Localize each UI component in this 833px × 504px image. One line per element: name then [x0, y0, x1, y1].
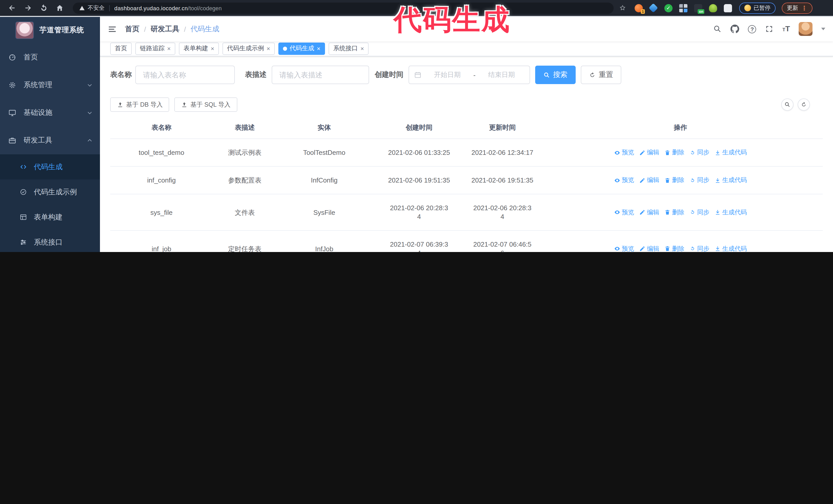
sidebar-subitem-active[interactable]: 代码生成	[0, 154, 100, 179]
action-download-link[interactable]: 生成代码	[715, 208, 747, 217]
app-logo-row[interactable]: 芋道管理系统	[0, 17, 100, 44]
tab[interactable]: 代码生成示例×	[222, 43, 275, 55]
download-icon	[715, 246, 721, 252]
edit-icon	[639, 246, 645, 252]
import-db-button[interactable]: 基于 DB 导入	[110, 97, 169, 112]
monitor-icon	[8, 109, 17, 117]
tab-close-icon[interactable]: ×	[211, 46, 214, 52]
extension-icon[interactable]	[679, 4, 687, 12]
action-trash-link[interactable]: 删除	[664, 148, 684, 157]
action-eye-link[interactable]: 预览	[614, 148, 634, 157]
tab-close-icon[interactable]: ×	[167, 46, 171, 52]
action-trash-link[interactable]: 删除	[664, 176, 684, 185]
action-sync-link[interactable]: 同步	[689, 208, 710, 217]
action-sync-link[interactable]: 同步	[689, 148, 710, 157]
action-label: 编辑	[647, 208, 659, 217]
bookmark-star-icon[interactable]	[619, 4, 626, 12]
tab-active[interactable]: 代码生成×	[278, 43, 325, 55]
home-icon[interactable]	[55, 4, 64, 12]
action-trash-link[interactable]: 删除	[664, 208, 684, 217]
badge-icon	[20, 188, 27, 196]
action-edit-link[interactable]: 编辑	[639, 148, 659, 157]
toggle-search-button[interactable]	[781, 98, 793, 111]
font-size-icon[interactable]: TT	[783, 25, 790, 34]
tab[interactable]: 链路追踪×	[135, 43, 175, 55]
sidebar-item[interactable]: 研发工具	[0, 127, 100, 154]
sidebar-item[interactable]: 基础设施	[0, 99, 100, 127]
tab[interactable]: 首页	[110, 43, 132, 55]
import-sql-button[interactable]: 基于 SQL 导入	[174, 97, 237, 112]
action-download-link[interactable]: 生成代码	[715, 176, 747, 185]
action-trash-link[interactable]: 删除	[664, 244, 684, 252]
cell-entity: SysFile	[277, 194, 372, 231]
action-sync-link[interactable]: 同步	[689, 176, 710, 185]
tab-close-icon[interactable]: ×	[266, 46, 270, 52]
app-logo	[15, 22, 34, 39]
fullscreen-icon[interactable]	[765, 25, 774, 33]
sliders-icon	[20, 238, 27, 246]
forward-icon[interactable]	[24, 4, 32, 12]
action-edit-link[interactable]: 编辑	[639, 208, 659, 217]
table-desc-input[interactable]	[272, 66, 369, 84]
sidebar-item-label: 首页	[24, 53, 38, 62]
edit-icon	[639, 209, 645, 215]
codegen-table: 表名称表描述实体创建时间更新时间操作 tool_test_demo测试示例表To…	[110, 117, 823, 252]
action-download-link[interactable]: 生成代码	[715, 244, 747, 252]
action-eye-link[interactable]: 预览	[614, 208, 634, 217]
browser-update-button[interactable]: 更新 ⋮	[782, 2, 812, 14]
dashboard-icon	[8, 53, 17, 62]
sidebar-item[interactable]: 系统管理	[0, 71, 100, 99]
action-eye-link[interactable]: 预览	[614, 244, 634, 252]
extension-icon[interactable]: on	[694, 4, 702, 12]
tab-close-icon[interactable]: ×	[317, 46, 320, 52]
action-download-link[interactable]: 生成代码	[715, 148, 747, 157]
table-name-input[interactable]	[135, 66, 235, 84]
table-row: inf_config参数配置表InfConfig2021-02-06 19:51…	[110, 166, 823, 194]
search-icon[interactable]	[713, 25, 722, 33]
tab-close-icon[interactable]: ×	[360, 46, 364, 52]
user-avatar[interactable]	[799, 22, 812, 36]
sidebar-item[interactable]: 首页	[0, 44, 100, 71]
action-eye-link[interactable]: 预览	[614, 176, 634, 185]
column-header: 实体	[277, 117, 372, 139]
sidebar-item-label: 系统管理	[24, 80, 52, 90]
browser-menu-icon[interactable]: ⋮	[801, 5, 807, 10]
extension-icon[interactable]	[649, 4, 658, 12]
github-icon[interactable]	[731, 25, 739, 33]
cell-entity: InfConfig	[277, 166, 372, 194]
chevron-down-icon[interactable]	[821, 28, 825, 30]
breadcrumb-separator: /	[144, 25, 146, 33]
extension-icon[interactable]	[724, 4, 732, 12]
update-label: 更新	[787, 4, 798, 12]
sidebar-subitem[interactable]: 表单构建	[0, 205, 100, 230]
sidebar-subitem[interactable]: 系统接口	[0, 230, 100, 252]
download-icon	[715, 209, 721, 215]
action-edit-link[interactable]: 编辑	[639, 244, 659, 252]
reload-icon[interactable]	[40, 4, 48, 12]
action-sync-link[interactable]: 同步	[689, 244, 710, 252]
not-secure-icon	[79, 5, 85, 11]
address-bar[interactable]: 不安全 dashboard.yudao.iocoder.cn /tool/cod…	[73, 2, 614, 14]
url-domain: dashboard.yudao.iocoder.cn	[114, 5, 188, 11]
refresh-table-button[interactable]	[798, 98, 810, 111]
back-icon[interactable]	[8, 4, 17, 12]
reset-button-label: 重置	[599, 70, 613, 79]
extension-icon[interactable]	[709, 4, 717, 12]
extension-icon[interactable]: ✓	[664, 4, 672, 12]
hamburger-icon[interactable]	[108, 25, 117, 34]
action-edit-link[interactable]: 编辑	[639, 176, 659, 185]
sidebar: 芋道管理系统 首页系统管理基础设施研发工具代码生成代码生成示例表单构建系统接口数…	[0, 17, 100, 252]
breadcrumb-link[interactable]: 首页	[125, 25, 139, 34]
help-icon[interactable]: ?	[748, 25, 756, 33]
cell-created: 2021-02-06 20:28:3 4	[372, 194, 467, 231]
breadcrumb-link[interactable]: 研发工具	[151, 25, 180, 34]
search-button[interactable]: 搜索	[535, 66, 576, 84]
extension-icon[interactable]: 1	[635, 4, 643, 12]
reset-button[interactable]: 重置	[581, 66, 621, 84]
eye-icon	[614, 149, 620, 155]
tab[interactable]: 表单构建×	[179, 43, 219, 55]
date-range-picker[interactable]: 开始日期 - 结束日期	[408, 66, 530, 84]
sidebar-subitem[interactable]: 代码生成示例	[0, 179, 100, 205]
browser-profile-chip[interactable]: 已暂停	[739, 2, 776, 14]
tab[interactable]: 系统接口×	[329, 43, 368, 55]
